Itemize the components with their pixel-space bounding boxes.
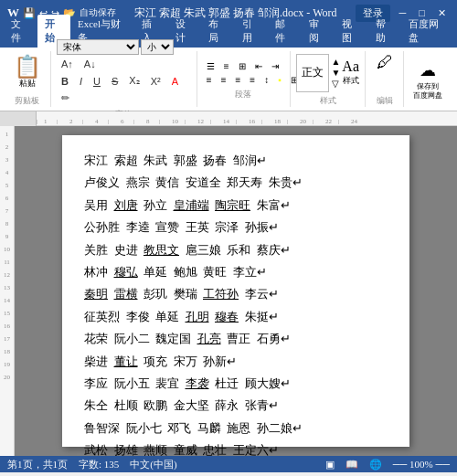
bold-button[interactable]: B [57, 74, 73, 89]
ruler-19: 19 [4, 358, 10, 371]
horizontal-ruler: | 1 | 2 | 4 | 6 | 8 | 10 | 12 | 14 | 16 … [37, 111, 457, 126]
span-qinming: 秦明 [84, 287, 108, 301]
subscript-button[interactable]: X₂ [124, 73, 143, 89]
tab-help[interactable]: 帮助 [368, 15, 402, 48]
font-format-row: B I U S X₂ X² A ✏ [57, 73, 191, 106]
editing-button[interactable]: 🖊 [377, 53, 393, 72]
strikethrough-button[interactable]: S [107, 74, 122, 89]
line-spacing-button[interactable]: ↕ [260, 74, 272, 86]
normal-style-button[interactable]: 正文 [296, 54, 329, 92]
styles-controls: 正文 ▲ ▼ ▽ Aa 样式 [296, 53, 359, 92]
document-page[interactable]: 宋江 索超 朱武 郭盛 扬春 邹润↵ 卢俊义 燕宗 黄信 安道全 郑天寿 朱贵↵… [62, 135, 409, 447]
font-controls: 宋体 小四 A↑ A↓ B I U S X₂ X² A ✏ [57, 39, 191, 106]
tab-layout[interactable]: 布局 [201, 15, 235, 48]
span-muchun: 穆春 [215, 310, 239, 323]
tab-mailings[interactable]: 邮件 [268, 15, 302, 48]
italic-button[interactable]: I [75, 74, 87, 89]
ruler-area: | 1 | 2 | 4 | 6 | 8 | 10 | 12 | 14 | 16 … [0, 111, 457, 126]
style-set-button[interactable]: Aa 样式 [342, 58, 359, 87]
span-kongliang: 孔亮 [197, 332, 221, 345]
tab-view[interactable]: 视图 [335, 15, 368, 48]
paste-button[interactable]: 📋 粘贴 [14, 56, 41, 90]
normal-style-icon: 正文 [302, 65, 324, 80]
span-kongming: 孔明 [186, 310, 209, 323]
increase-indent-button[interactable]: ⇥ [268, 60, 282, 72]
document-content[interactable]: 宋江 索超 朱武 郭盛 扬春 邹润↵ 卢俊义 燕宗 黄信 安道全 郑天寿 朱贵↵… [84, 150, 388, 456]
styles-up-button[interactable]: ▲ [331, 57, 340, 67]
styles-scroll: ▲ ▼ ▽ [331, 57, 340, 89]
justify-button[interactable]: ≡ [246, 74, 259, 86]
span-jiaosiwen: 教思文 [143, 243, 179, 257]
ruler-20: 20 [4, 371, 10, 384]
font-family-select[interactable]: 宋体 [57, 39, 139, 55]
editing-controls: 🖊 [371, 53, 398, 92]
main-area: 1 2 3 4 5 6 7 8 9 10 11 12 13 14 15 16 1… [0, 126, 457, 456]
tab-references[interactable]: 引用 [235, 15, 269, 48]
doc-line-5: 关胜 史进 教思文 扈三娘 乐和 蔡庆↵ [84, 239, 388, 260]
span-dongrang: 董让 [114, 354, 138, 368]
ruler-marks: | 1 | 2 | 4 | 6 | 8 | 10 | 12 | 14 | 16 … [37, 111, 364, 125]
tab-baidu[interactable]: 百度网盘 [401, 15, 453, 48]
ruler-5: 5 [5, 179, 9, 192]
doc-line-10: 柴进 董让 项充 宋万 孙新↵ [84, 351, 388, 372]
ruler-2: 2 [5, 141, 9, 153]
view-read-icon[interactable]: 📖 [345, 459, 358, 471]
view-web-icon[interactable]: 🌐 [369, 459, 382, 471]
doc-line-3: 吴用 刘唐 孙立 皇浦端 陶宗旺 朱富↵ [84, 195, 388, 216]
ruler-12: 12 [4, 269, 10, 281]
word-count: 字数: 135 [79, 458, 119, 471]
align-row: ≡ ≡ ≡ ≡ ↕ ▪ ⊞ [203, 74, 284, 86]
align-left-button[interactable]: ≡ [203, 74, 216, 86]
baidu-save-button[interactable]: ☁ [420, 60, 436, 80]
ruler-8: 8 [5, 217, 9, 230]
span-lixi: 李袭 [186, 376, 209, 390]
tab-file[interactable]: 文件 [4, 15, 37, 48]
ruler-18: 18 [4, 345, 10, 358]
styles-icon: Aa [342, 58, 359, 75]
font-grow-button[interactable]: A↑ [57, 57, 78, 71]
bullets-button[interactable]: ☰ [203, 60, 218, 72]
align-center-button[interactable]: ≡ [218, 74, 230, 86]
ruler-14: 14 [4, 294, 10, 307]
font-shrink-button[interactable]: A↓ [80, 57, 101, 71]
doc-line-1: 宋江 索超 朱武 郭盛 扬春 邹润↵ [84, 150, 388, 171]
page-info: 第1页，共1页 [7, 458, 68, 471]
styles-label: 样式 [296, 95, 359, 107]
numbering-button[interactable]: ≡ [220, 60, 233, 72]
align-right-button[interactable]: ≡ [232, 74, 245, 86]
span-huangpuduan: 皇浦端 [174, 198, 209, 212]
ruler-1: 1 [5, 128, 9, 141]
ruler-4: 4 [5, 166, 9, 179]
zoom-slider[interactable]: ── 100% ── [393, 459, 450, 470]
styles-expand-button[interactable]: ▽ [331, 79, 340, 89]
multilevel-button[interactable]: ⊞ [235, 60, 250, 72]
doc-line-6: 林冲 穆弘 单延 鲍旭 黄旺 李立↵ [84, 261, 388, 282]
list-row: ☰ ≡ ⊞ ⇤ ⇥ [203, 60, 284, 72]
doc-line-14: 武松 扬雄 燕顺 童威 忠壮 王定六↵ [84, 439, 388, 456]
tab-review[interactable]: 审阅 [302, 15, 335, 48]
styles-section: 正文 ▲ ▼ ▽ Aa 样式 样式 [292, 51, 366, 107]
paragraph-section: ☰ ≡ ⊞ ⇤ ⇥ ≡ ≡ ≡ ≡ ↕ ▪ ⊞ 段落 [199, 51, 291, 107]
vertical-ruler: 1 2 3 4 5 6 7 8 9 10 11 12 13 14 15 16 1… [0, 126, 15, 456]
underline-button[interactable]: U [89, 74, 105, 89]
baidu-save-section: ☁ 保存到百度网盘 [406, 51, 452, 107]
doc-line-13: 鲁智深 阮小七 邓飞 马麟 施恩 孙二娘↵ [84, 418, 388, 439]
highlight-button[interactable]: ✏ [57, 90, 74, 106]
font-color-button[interactable]: A [167, 74, 183, 89]
document-area[interactable]: 宋江 索超 朱武 郭盛 扬春 邹润↵ 卢俊义 燕宗 黄信 安道全 郑天寿 朱贵↵… [15, 126, 457, 456]
ruler-17: 17 [4, 333, 10, 345]
doc-line-8: 征英烈 李俊 单延 孔明 穆春 朱挺↵ [84, 306, 388, 327]
view-normal-icon[interactable]: ▣ [325, 459, 335, 471]
font-section: 宋体 小四 A↑ A↓ B I U S X₂ X² A ✏ 字体 [53, 51, 197, 107]
ruler-16: 16 [4, 320, 10, 333]
decrease-indent-button[interactable]: ⇤ [251, 60, 266, 72]
shading-button[interactable]: ▪ [274, 74, 285, 86]
clipboard-label: 剪贴板 [9, 95, 45, 107]
editing-label: 编辑 [371, 95, 398, 107]
superscript-button[interactable]: X² [146, 74, 165, 89]
ruler-11: 11 [4, 256, 10, 269]
baidu-save-controls: ☁ 保存到百度网盘 [409, 53, 446, 107]
styles-down-button[interactable]: ▼ [331, 68, 340, 78]
font-size-select[interactable]: 小四 [141, 39, 174, 55]
styles-sublabel: 样式 [343, 75, 359, 87]
